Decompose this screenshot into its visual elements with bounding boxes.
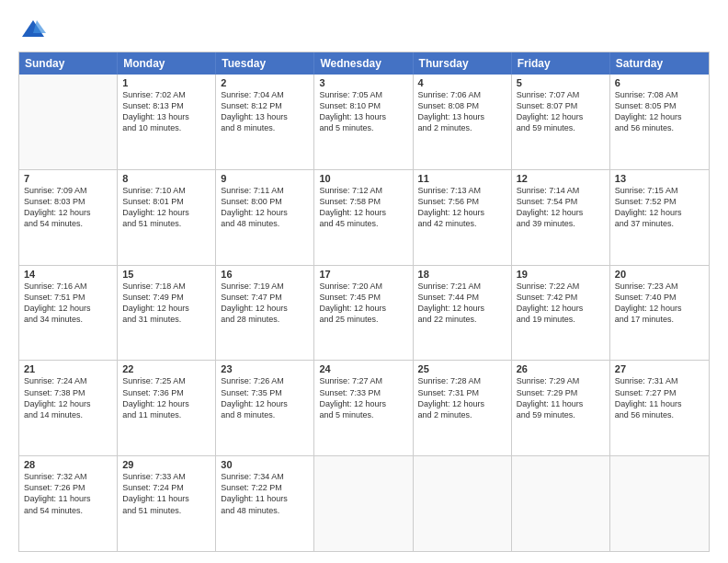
cell-info-line: Sunrise: 7:04 AM	[221, 89, 309, 100]
cell-info-line: Sunset: 7:45 PM	[319, 292, 407, 303]
cell-info-line: Sunset: 7:31 PM	[418, 387, 506, 398]
calendar-empty-cell	[414, 456, 512, 551]
cell-info-line: Daylight: 12 hours	[24, 207, 112, 218]
calendar-week-2: 7Sunrise: 7:09 AMSunset: 8:03 PMDaylight…	[19, 170, 709, 266]
cell-info-line: and 51 minutes.	[122, 218, 210, 229]
calendar-week-1: 1Sunrise: 7:02 AMSunset: 8:13 PMDaylight…	[19, 75, 709, 170]
cell-info-line: Daylight: 12 hours	[517, 207, 605, 218]
cell-info-line: and 51 minutes.	[122, 505, 210, 516]
cell-info-line: Sunset: 7:58 PM	[319, 196, 407, 207]
cell-info-line: and 48 minutes.	[221, 218, 309, 229]
cell-info-line: and 48 minutes.	[221, 505, 309, 516]
header-day-tuesday: Tuesday	[216, 52, 314, 75]
cell-info-line: Sunrise: 7:26 AM	[221, 375, 309, 386]
cell-info-line: Sunset: 8:13 PM	[122, 100, 210, 111]
cell-info-line: Sunrise: 7:33 AM	[122, 471, 210, 482]
cell-info-line: Daylight: 12 hours	[615, 207, 704, 218]
day-number: 23	[221, 363, 309, 374]
calendar-day-1: 1Sunrise: 7:02 AMSunset: 8:13 PMDaylight…	[118, 75, 216, 169]
cell-info-line: Sunrise: 7:06 AM	[418, 89, 506, 100]
cell-info-line: and 8 minutes.	[221, 122, 309, 133]
day-number: 26	[517, 363, 605, 374]
calendar-day-7: 7Sunrise: 7:09 AMSunset: 8:03 PMDaylight…	[19, 170, 118, 265]
calendar-day-16: 16Sunrise: 7:19 AMSunset: 7:47 PMDayligh…	[216, 266, 314, 361]
cell-info-line: Daylight: 13 hours	[221, 111, 309, 122]
cell-info-line: Daylight: 12 hours	[221, 398, 309, 409]
cell-info-line: Sunset: 7:49 PM	[122, 292, 210, 303]
day-number: 3	[319, 77, 407, 88]
cell-info-line: Sunrise: 7:08 AM	[615, 89, 704, 100]
cell-info-line: Daylight: 12 hours	[122, 303, 210, 314]
cell-info-line: and 42 minutes.	[418, 218, 506, 229]
cell-info-line: and 17 minutes.	[615, 314, 704, 325]
cell-info-line: and 39 minutes.	[517, 218, 605, 229]
calendar-empty-cell	[512, 456, 610, 551]
cell-info-line: Sunrise: 7:13 AM	[418, 185, 506, 196]
cell-info-line: Sunrise: 7:22 AM	[517, 281, 605, 292]
cell-info-line: and 11 minutes.	[122, 409, 210, 420]
day-number: 2	[221, 77, 309, 88]
cell-info-line: Sunset: 8:05 PM	[615, 100, 704, 111]
cell-info-line: and 56 minutes.	[615, 122, 704, 133]
cell-info-line: and 10 minutes.	[122, 122, 210, 133]
header-day-saturday: Saturday	[610, 52, 709, 75]
calendar-day-8: 8Sunrise: 7:10 AMSunset: 8:01 PMDaylight…	[118, 170, 216, 265]
day-number: 19	[517, 269, 605, 280]
calendar-day-15: 15Sunrise: 7:18 AMSunset: 7:49 PMDayligh…	[118, 266, 216, 361]
cell-info-line: Sunrise: 7:18 AM	[122, 281, 210, 292]
calendar-body: 1Sunrise: 7:02 AMSunset: 8:13 PMDaylight…	[19, 75, 709, 551]
cell-info-line: Sunrise: 7:10 AM	[122, 185, 210, 196]
cell-info-line: Sunrise: 7:16 AM	[24, 281, 112, 292]
cell-info-line: Sunrise: 7:29 AM	[517, 375, 605, 386]
cell-info-line: and 2 minutes.	[418, 122, 506, 133]
cell-info-line: Sunset: 7:27 PM	[615, 387, 704, 398]
cell-info-line: Daylight: 11 hours	[615, 398, 704, 409]
calendar-day-27: 27Sunrise: 7:31 AMSunset: 7:27 PMDayligh…	[610, 361, 709, 455]
cell-info-line: Sunset: 7:47 PM	[221, 292, 309, 303]
cell-info-line: Sunset: 7:33 PM	[319, 387, 407, 398]
cell-info-line: Sunrise: 7:31 AM	[615, 375, 704, 386]
cell-info-line: Daylight: 12 hours	[418, 398, 506, 409]
cell-info-line: Daylight: 12 hours	[319, 207, 407, 218]
calendar-day-23: 23Sunrise: 7:26 AMSunset: 7:35 PMDayligh…	[216, 361, 314, 455]
cell-info-line: Sunset: 7:35 PM	[221, 387, 309, 398]
day-number: 30	[221, 459, 309, 470]
calendar-day-4: 4Sunrise: 7:06 AMSunset: 8:08 PMDaylight…	[414, 75, 512, 169]
logo-icon	[20, 17, 46, 42]
day-number: 1	[122, 77, 210, 88]
calendar-empty-cell	[314, 456, 413, 551]
cell-info-line: Sunset: 7:54 PM	[517, 196, 605, 207]
calendar-week-3: 14Sunrise: 7:16 AMSunset: 7:51 PMDayligh…	[19, 266, 709, 362]
cell-info-line: Sunrise: 7:12 AM	[319, 185, 407, 196]
cell-info-line: Sunset: 7:42 PM	[517, 292, 605, 303]
cell-info-line: Daylight: 12 hours	[418, 303, 506, 314]
calendar-day-29: 29Sunrise: 7:33 AMSunset: 7:24 PMDayligh…	[118, 456, 216, 551]
header-day-friday: Friday	[512, 52, 610, 75]
calendar-day-28: 28Sunrise: 7:32 AMSunset: 7:26 PMDayligh…	[19, 456, 118, 551]
cell-info-line: Daylight: 12 hours	[615, 303, 704, 314]
cell-info-line: Daylight: 12 hours	[221, 303, 309, 314]
day-number: 6	[615, 77, 704, 88]
cell-info-line: Sunset: 8:01 PM	[122, 196, 210, 207]
cell-info-line: Daylight: 12 hours	[319, 303, 407, 314]
cell-info-line: Sunrise: 7:14 AM	[517, 185, 605, 196]
calendar: SundayMondayTuesdayWednesdayThursdayFrid…	[18, 52, 710, 552]
calendar-day-21: 21Sunrise: 7:24 AMSunset: 7:38 PMDayligh…	[19, 361, 118, 455]
day-number: 10	[319, 173, 407, 184]
cell-info-line: Daylight: 13 hours	[418, 111, 506, 122]
cell-info-line: Sunrise: 7:19 AM	[221, 281, 309, 292]
svg-marker-1	[33, 20, 46, 33]
header-day-wednesday: Wednesday	[314, 52, 413, 75]
cell-info-line: Daylight: 11 hours	[517, 398, 605, 409]
day-number: 4	[418, 77, 506, 88]
cell-info-line: Sunrise: 7:32 AM	[24, 471, 112, 482]
cell-info-line: Sunrise: 7:21 AM	[418, 281, 506, 292]
cell-info-line: Daylight: 12 hours	[24, 303, 112, 314]
cell-info-line: and 56 minutes.	[615, 409, 704, 420]
calendar-day-13: 13Sunrise: 7:15 AMSunset: 7:52 PMDayligh…	[610, 170, 709, 265]
cell-info-line: and 37 minutes.	[615, 218, 704, 229]
day-number: 20	[615, 269, 704, 280]
cell-info-line: and 14 minutes.	[24, 409, 112, 420]
day-number: 8	[122, 173, 210, 184]
cell-info-line: Daylight: 12 hours	[418, 207, 506, 218]
